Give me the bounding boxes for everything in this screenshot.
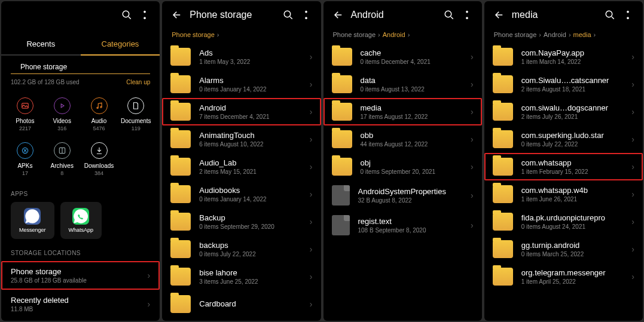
category-downloads[interactable]: Downloads384 [83,139,116,180]
app-whatsapp[interactable]: WhatsApp [60,202,102,239]
category-videos[interactable]: Videos316 [45,94,79,135]
location-recently-deleted[interactable]: Recently deleted11.8 MB› [1,290,160,318]
item-meta: 0 items March 25, 2022 [521,251,624,257]
folder-row[interactable]: Cardboard› [162,290,321,318]
folder-icon [493,103,513,121]
cleanup-button[interactable]: Clean up [126,79,150,85]
folder-row[interactable]: com.whatsapp.w4b1 item June 26, 2021› [484,180,643,208]
category-name: Audio [84,118,115,124]
app-messenger[interactable]: Messenger [11,202,54,239]
item-meta: 1 item June 26, 2021 [521,196,624,203]
category-grid: Photos2217Videos316Audio5476Documents119… [1,94,160,180]
folder-row[interactable]: Audio_Lab2 items May 15, 2021› [162,153,321,180]
search-icon[interactable] [444,10,454,20]
folder-row[interactable]: AnimatingTouch6 items August 10, 2022› [162,125,321,153]
search-icon[interactable] [121,10,132,20]
tab-categories[interactable]: Categories [81,33,160,56]
item-name: data [361,76,463,85]
breadcrumb-item[interactable]: Android [383,31,405,38]
locations-label: STORAGE LOCATIONS [1,239,160,261]
more-icon[interactable] [139,10,150,20]
breadcrumb-item[interactable]: media [573,31,591,38]
breadcrumb-item[interactable]: Android [544,31,566,38]
category-photos[interactable]: Photos2217 [8,94,42,135]
chevron-right-icon: › [594,31,596,38]
folder-row[interactable]: Ads1 item May 3, 2022› [162,43,321,70]
category-name: Documents [120,118,151,124]
folder-row[interactable]: com.siwalu…dogscanner2 items July 26, 20… [484,98,643,125]
usage-text: 102.2 GB of 128 GB used [11,79,80,85]
folder-row[interactable]: com.Siwalu….catscanner2 items August 18,… [484,70,643,98]
category-count: 2217 [10,125,41,131]
more-icon[interactable] [462,10,472,20]
location-phone-storage[interactable]: Phone storage25.8 GB of 128 GB available… [1,261,160,290]
file-icon [332,215,350,235]
folder-row[interactable]: AndroidSystemProperties32 B August 8, 20… [323,180,482,210]
svg-point-5 [96,107,97,108]
breadcrumb-item[interactable]: Phone storage [172,31,215,38]
back-icon[interactable] [494,10,505,20]
folder-row[interactable]: Alarms0 items January 14, 2022› [162,70,321,98]
tab-recents[interactable]: Recents [1,33,81,56]
item-meta: 108 B September 8, 2020 [358,227,463,234]
chevron-right-icon: › [631,189,634,199]
folder-row[interactable]: regist.text108 B September 8, 2020› [323,210,482,240]
more-icon[interactable] [301,10,312,20]
folder-row[interactable]: obb44 items August 12, 2022› [323,125,482,153]
svg-point-14 [466,17,468,19]
category-count: 316 [47,125,78,131]
folder-row[interactable]: cache0 items December 4, 2021› [323,43,482,70]
folder-row[interactable]: Audiobooks0 items January 14, 2022› [162,180,321,208]
item-name: Android [199,103,301,112]
item-name: com.NayaPay.app [521,48,624,57]
item-meta: 1 item March 14, 2022 [521,59,624,65]
back-icon[interactable] [172,10,182,20]
folder-row[interactable]: data0 items August 13, 2022› [323,70,482,98]
folder-icon [332,48,352,66]
breadcrumb-item[interactable]: Phone storage [494,31,537,38]
svg-point-6 [100,106,101,108]
folder-row[interactable]: bise lahore3 items June 25, 2022› [162,263,321,290]
breadcrumb-item[interactable]: Phone storage [333,31,376,38]
search-icon[interactable] [605,10,615,20]
item-name: backups [199,241,301,250]
category-archives[interactable]: Archives8 [45,139,79,180]
item-meta: 6 items August 10, 2022 [199,141,301,148]
category-audio[interactable]: Audio5476 [83,94,116,135]
topbar [1,1,160,29]
item-meta: 0 items July 22, 2022 [521,141,624,148]
folder-row[interactable]: obj0 items September 20, 2021› [323,153,482,180]
documents-icon [127,97,144,114]
folder-row[interactable]: com.whatsapp1 item February 15, 2022› [484,153,643,180]
chevron-right-icon: › [310,52,313,62]
archives-icon [54,142,71,159]
folder-row[interactable]: Android7 items December 4, 2021› [162,98,321,125]
chevron-right-icon: › [310,107,313,116]
item-meta: 0 items August 13, 2022 [361,86,463,93]
item-name: AndroidSystemProperties [358,187,463,196]
location-name: Phone storage [11,267,148,276]
folder-row[interactable]: backups0 items July 22, 2022› [162,235,321,263]
chevron-right-icon: › [631,107,634,116]
folder-row[interactable]: Backup0 items September 29, 2020› [162,208,321,235]
item-name: com.whatsapp [521,158,624,167]
folder-icon [493,130,513,148]
item-name: Cardboard [199,299,301,308]
search-icon[interactable] [283,10,294,20]
category-apks[interactable]: APKs17 [8,139,42,180]
usage-bar: 102.2 GB of 128 GB used Clean up [1,74,160,94]
folder-row[interactable]: gg.turnip.android0 items March 25, 2022› [484,235,643,263]
item-name: com.siwalu…dogscanner [521,103,624,112]
folder-row[interactable]: fida.pk.urduonpicturepro0 items August 2… [484,208,643,235]
breadcrumb: Phone storage›Android›media› [484,29,643,43]
category-name: Photos [10,118,41,124]
category-documents[interactable]: Documents119 [119,94,152,135]
back-icon[interactable] [333,10,344,20]
folder-row[interactable]: org.telegram.messenger1 item April 25, 2… [484,263,643,290]
folder-row[interactable]: media17 items August 12, 2022› [323,98,482,125]
folder-row[interactable]: com.NayaPay.app1 item March 14, 2022› [484,43,643,70]
svg-point-0 [123,11,130,17]
item-meta: 2 items May 15, 2021 [199,168,301,175]
folder-row[interactable]: com.superking.ludo.star0 items July 22, … [484,125,643,153]
more-icon[interactable] [622,10,633,20]
